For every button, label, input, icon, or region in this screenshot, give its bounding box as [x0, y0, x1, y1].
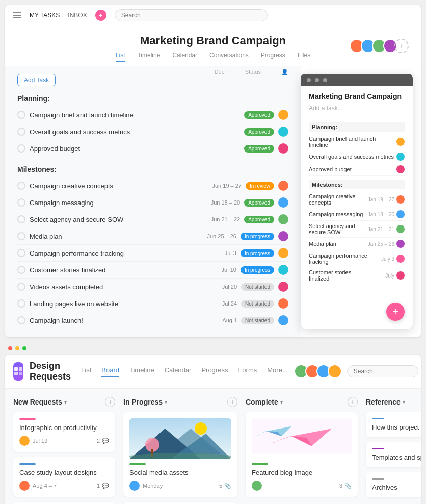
board-card[interactable]: Social media assets Monday 5 📎	[123, 412, 237, 497]
app-icon	[13, 362, 23, 381]
task-check[interactable]	[17, 144, 25, 153]
panel-task-name: Campaign brief and launch timeline	[309, 136, 394, 148]
col-header-complete: Complete ▾ +	[246, 397, 358, 407]
hamburger-menu[interactable]	[13, 12, 21, 18]
list-item[interactable]: Campaign performance tracking July 3	[309, 250, 405, 267]
task-check[interactable]	[17, 266, 25, 274]
inbox-link[interactable]: INBOX	[68, 12, 87, 19]
card-date: Aug 4 – 7	[33, 483, 57, 489]
board-card[interactable]: Case study layout designs Aug 4 – 7 1 💬	[13, 457, 115, 497]
status-header: Status	[245, 69, 261, 75]
tab-files[interactable]: Files	[298, 52, 310, 62]
main-content: Add Task Due Status 👤 Planning: Campaign…	[5, 66, 421, 337]
tab-timeline[interactable]: Timeline	[137, 52, 160, 62]
task-check[interactable]	[17, 232, 25, 240]
task-check[interactable]	[17, 198, 25, 207]
ref-title: Templates and specs	[372, 453, 421, 461]
list-item[interactable]: Media plan Jan 25 – 26	[309, 238, 405, 250]
my-tasks-link[interactable]: MY TASKS	[30, 12, 60, 19]
list-item[interactable]: Campaign creative concepts Jan 19 – 27	[309, 191, 405, 208]
attachment-icon: 📎	[344, 483, 352, 489]
col-header-new-requests: New Requests ▾ +	[13, 397, 115, 407]
avatar	[278, 231, 288, 241]
board-card[interactable]: Featured blog image 3 📎	[246, 412, 358, 497]
ref-divider	[372, 418, 384, 419]
tab-conversations[interactable]: Conversations	[209, 52, 249, 62]
table-row[interactable]: Campaign performance tracking Jul 3 In p…	[17, 245, 288, 262]
right-panel: Marketing Brand Campaign Add a task... P…	[301, 74, 413, 329]
task-check[interactable]	[17, 128, 25, 136]
list-item[interactable]: Overall goals and success metrics	[309, 150, 405, 163]
add-task-button[interactable]: Add Task	[17, 74, 56, 86]
card-footer: 3 📎	[252, 481, 352, 491]
reference-card[interactable]: How this project works	[366, 412, 421, 437]
table-row[interactable]: Select agency and secure SOW Jun 21 – 22…	[17, 211, 288, 228]
table-row[interactable]: Campaign brief and launch timeline Appro…	[17, 107, 288, 123]
board-card[interactable]: Infographic on productivity Jul 19 2 💬	[13, 412, 115, 452]
table-row[interactable]: Customer stories finalized Jul 10 In pro…	[17, 262, 288, 279]
attachment-count: 5	[219, 483, 222, 489]
avatar	[396, 210, 405, 218]
tab-calendar-b[interactable]: Calendar	[165, 366, 192, 377]
tab-forms-b[interactable]: Forms	[238, 366, 257, 377]
task-check[interactable]	[17, 215, 25, 223]
avatar	[278, 298, 288, 309]
avatar	[396, 255, 405, 263]
task-check[interactable]	[17, 111, 25, 119]
list-item[interactable]: Campaign brief and launch timeline	[309, 134, 405, 150]
top-search-input[interactable]	[115, 9, 268, 21]
task-check[interactable]	[17, 182, 25, 190]
table-row[interactable]: Overall goals and success metrics Approv…	[17, 123, 288, 140]
list-item[interactable]: Campaign messaging Jan 18 – 20	[309, 208, 405, 221]
task-check[interactable]	[17, 283, 25, 291]
list-item[interactable]: Customer stories finalized July	[309, 267, 405, 284]
task-name: Campaign creative concepts	[30, 182, 197, 190]
add-top-button[interactable]: +	[95, 10, 107, 21]
task-check[interactable]	[17, 316, 25, 324]
table-row[interactable]: Media plan Jun 25 – 26 In progress	[17, 228, 288, 245]
avatar	[278, 214, 288, 224]
attachment-count: 3	[339, 483, 342, 489]
tab-list-b[interactable]: List	[81, 366, 91, 377]
table-row[interactable]: Campaign launch! Aug 1 Not started	[17, 312, 288, 329]
table-row[interactable]: Campaign creative concepts Jun 19 – 27 I…	[17, 178, 288, 194]
tab-more-b[interactable]: More...	[267, 366, 287, 377]
task-name: Campaign performance tracking	[30, 249, 192, 257]
tab-list[interactable]: List	[116, 52, 125, 62]
list-item[interactable]: Approved budget	[309, 163, 405, 176]
board-card[interactable]: Homepage design update Today 14 💬	[123, 502, 237, 504]
col-add-button[interactable]: +	[227, 397, 237, 407]
table-row[interactable]: Approved budget Approved	[17, 140, 288, 157]
col-add-button[interactable]: +	[348, 397, 358, 407]
planning-section-title: Planning:	[17, 94, 288, 103]
list-item[interactable]: Select agency and secure SOW Jan 21 – 31	[309, 221, 405, 238]
card-image-mountain	[129, 418, 231, 459]
tab-progress-b[interactable]: Progress	[201, 366, 228, 377]
table-row[interactable]: Videos assets completed Jul 20 Not start…	[17, 279, 288, 295]
table-row[interactable]: Campaign messaging Jun 18 – 20 Approved	[17, 194, 288, 211]
col-add-button[interactable]: +	[105, 397, 115, 407]
minimize-dot	[15, 346, 19, 350]
bottom-search-input[interactable]	[347, 365, 418, 377]
reference-card[interactable]: Templates and specs	[366, 442, 421, 467]
task-check[interactable]	[17, 249, 25, 257]
board-card[interactable]: Poster for volunteer event Aug 16 3 💬	[13, 502, 115, 504]
fab-button[interactable]: +	[386, 303, 405, 321]
card-title: Case study layout designs	[19, 469, 109, 476]
panel-task-date: July 3	[369, 256, 394, 262]
comment-icon: 💬	[102, 483, 109, 489]
column-complete: Complete ▾ +	[246, 397, 358, 504]
task-check[interactable]	[17, 299, 25, 308]
card-accent	[19, 418, 36, 420]
bottom-project-name: Design Requests	[30, 361, 71, 382]
panel-section-milestones: Milestones:	[309, 180, 405, 189]
reference-card[interactable]: Archives	[366, 472, 421, 497]
tab-timeline-b[interactable]: Timeline	[129, 366, 154, 377]
table-row[interactable]: Landing pages live on website Jul 24 Not…	[17, 295, 288, 312]
tab-progress[interactable]: Progress	[261, 52, 285, 62]
panel-add-task[interactable]: Add a task...	[309, 105, 405, 116]
task-date: Jun 21 – 22	[199, 216, 240, 222]
tab-board-b[interactable]: Board	[101, 366, 119, 377]
add-member-button[interactable]: +	[394, 39, 409, 53]
tab-calendar[interactable]: Calendar	[172, 52, 197, 62]
